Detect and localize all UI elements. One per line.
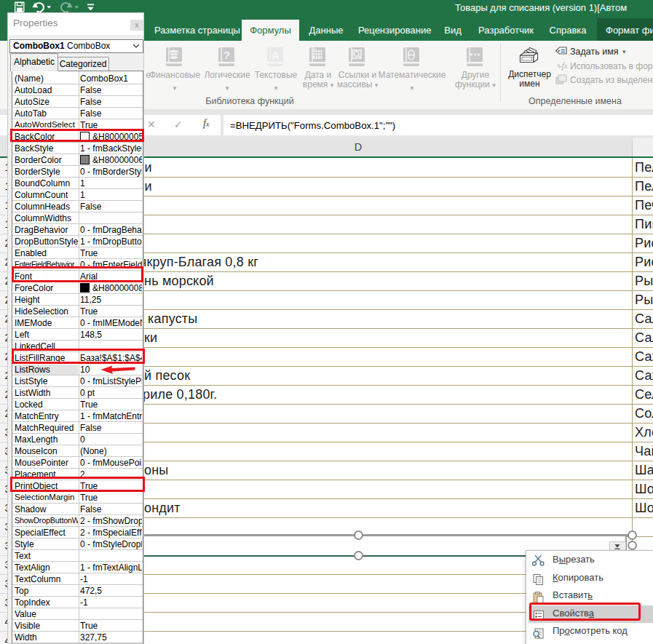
svg-text:A: A xyxy=(272,49,280,61)
svg-text:?: ? xyxy=(223,49,230,61)
